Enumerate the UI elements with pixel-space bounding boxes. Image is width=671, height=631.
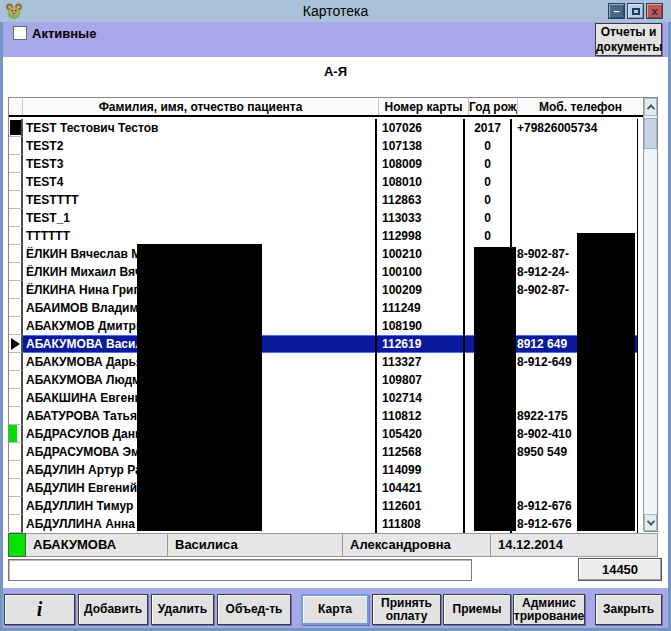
info-button[interactable]: i bbox=[4, 594, 75, 625]
search-input[interactable] bbox=[8, 559, 472, 581]
cell-card-number: 107138 bbox=[377, 137, 465, 155]
add-button[interactable]: Добавить bbox=[78, 594, 148, 625]
cell-card-number: 100210 bbox=[377, 245, 465, 263]
maximize-icon bbox=[632, 8, 640, 15]
card-button[interactable]: Карта bbox=[301, 594, 369, 625]
scrollbar-thumb[interactable] bbox=[644, 118, 657, 149]
table-row[interactable]: АБДРАСУМОВА Эм1125688950 549 bbox=[9, 443, 644, 461]
table-row[interactable]: TTTTTT1129980 bbox=[9, 227, 644, 245]
reports-documents-button[interactable]: Отчеты и документы bbox=[595, 23, 662, 56]
row-indicator-cell bbox=[9, 479, 23, 497]
current-row-arrow-icon bbox=[11, 338, 20, 350]
row-indicator-cell bbox=[9, 263, 23, 281]
chevron-up-icon bbox=[646, 104, 654, 112]
header-mobile-phone[interactable]: Моб. телефон bbox=[518, 98, 644, 115]
scroll-down-button[interactable] bbox=[644, 514, 657, 531]
status-patronymic: Александровна bbox=[343, 533, 491, 557]
scroll-up-button[interactable] bbox=[644, 98, 657, 116]
row-indicator-cell bbox=[9, 407, 23, 425]
cell-card-number: 110812 bbox=[377, 407, 465, 425]
active-checkbox[interactable] bbox=[13, 26, 27, 40]
cell-birth-year: 0 bbox=[465, 227, 512, 245]
window-frame-left bbox=[0, 22, 3, 631]
black-marker bbox=[10, 120, 21, 135]
close-button[interactable]: Закрыть bbox=[595, 594, 662, 625]
cell-card-number: 108009 bbox=[377, 155, 465, 173]
table-row[interactable]: ЁЛКИН Михаил Вяч1001008-912-24- bbox=[9, 263, 644, 281]
row-indicator-cell bbox=[9, 335, 23, 353]
administration-button[interactable]: Админис трирование bbox=[513, 594, 585, 625]
phone-visible-suffix: н bbox=[627, 245, 634, 263]
table-row[interactable]: TEST21071380 bbox=[9, 137, 644, 155]
cell-card-number: 102714 bbox=[377, 389, 465, 407]
phone-visible-suffix: м bbox=[625, 497, 634, 515]
table-row[interactable]: АБДУЛЛИНА Анна А1118088-912-676 bbox=[9, 515, 644, 533]
cell-card-number: 105420 bbox=[377, 425, 465, 443]
cell-birth-year: 0 bbox=[465, 173, 512, 191]
status-birthdate: 14.12.2014 bbox=[491, 533, 658, 557]
row-indicator-cell bbox=[9, 461, 23, 479]
redaction-box-phones bbox=[577, 233, 635, 531]
accept-payment-button[interactable]: Принять оплату bbox=[372, 594, 441, 625]
cell-birth-year: 2017 bbox=[465, 119, 512, 137]
row-indicator-cell bbox=[9, 281, 23, 299]
titlebar: Картотека – x bbox=[0, 0, 671, 22]
table-row[interactable]: TEST31080090 bbox=[9, 155, 644, 173]
table-row[interactable]: АБАТУРОВА Татья1108128922-175 bbox=[9, 407, 644, 425]
cell-card-number: 111249 bbox=[377, 299, 465, 317]
close-button[interactable]: x bbox=[646, 3, 663, 19]
vertical-scrollbar[interactable] bbox=[643, 98, 657, 531]
bottom-toolbar: iДобавитьУдалитьОбъед-тьКартаПринять опл… bbox=[0, 588, 671, 628]
header-patient-name[interactable]: Фамилия, имя, отчество пациента bbox=[23, 98, 379, 115]
row-indicator-cell bbox=[9, 209, 23, 227]
table-row[interactable]: АБДУЛИН Артур Ра114099 bbox=[9, 461, 644, 479]
row-indicator-cell bbox=[9, 137, 23, 155]
cell-patient-name: TEST4 bbox=[23, 173, 377, 191]
table-row[interactable]: АБДРАСУЛОВ Дани1054208-902-410 bbox=[9, 425, 644, 443]
table-row[interactable]: АБАКУМОВ Дмитри108190 bbox=[9, 317, 644, 335]
close-icon: x bbox=[651, 5, 657, 17]
status-surname: АБАКУМОВА bbox=[26, 533, 168, 557]
top-toolbar: Активные Отчеты и документы bbox=[0, 22, 671, 57]
table-row[interactable]: АБАКУМОВА Дарья1133278-912-649 bbox=[9, 353, 644, 371]
cell-card-number: 112863 bbox=[377, 191, 465, 209]
cell-card-number: 112568 bbox=[377, 443, 465, 461]
table-row[interactable]: АБАКУМОВА Людм109807 bbox=[9, 371, 644, 389]
table-row[interactable]: АБДУЛЛИН Тимур И1126018-912-676м bbox=[9, 497, 644, 515]
row-indicator-cell bbox=[9, 497, 23, 515]
minimize-button[interactable]: – bbox=[608, 3, 625, 19]
table-row[interactable]: TEST41080100 bbox=[9, 173, 644, 191]
cell-birth-year: 0 bbox=[465, 137, 512, 155]
cell-patient-name: TEST2 bbox=[23, 137, 377, 155]
table-row[interactable]: ЁЛКИНА Нина Григ1002098-902-87- bbox=[9, 281, 644, 299]
chevron-down-icon bbox=[646, 517, 654, 525]
active-checkbox-label: Активные bbox=[32, 26, 96, 41]
table-row[interactable]: АБАИМОВ Владим111249 bbox=[9, 299, 644, 317]
header-card-number[interactable]: Номер карты bbox=[379, 98, 469, 115]
delete-button[interactable]: Удалить bbox=[151, 594, 214, 625]
table-row[interactable]: АБДУЛИН Евгений104421 bbox=[9, 479, 644, 497]
table-row[interactable]: АБАКШИНА Евгени102714 bbox=[9, 389, 644, 407]
cell-mobile-phone bbox=[512, 191, 638, 209]
merge-button[interactable]: Объед-ть bbox=[217, 594, 291, 625]
cell-patient-name: TEST Тестович Тестов bbox=[23, 119, 377, 137]
minimize-icon: – bbox=[613, 5, 619, 17]
table-row[interactable]: TEST Тестович Тестов1070262017+798260057… bbox=[9, 119, 644, 137]
cell-patient-name: TESTTTT bbox=[23, 191, 377, 209]
table-row[interactable]: АБАКУМОВА Васил1126198912 649 bbox=[9, 335, 644, 353]
cell-card-number: 111808 bbox=[377, 515, 465, 533]
redaction-box-birth-years bbox=[474, 247, 516, 531]
table-row[interactable]: TEST_11130330 bbox=[9, 209, 644, 227]
app-window: Картотека – x Активные Отчеты и документ… bbox=[0, 0, 671, 631]
header-indicator-column bbox=[9, 98, 23, 115]
table-row[interactable]: TESTTTT1128630 bbox=[9, 191, 644, 209]
cell-birth-year: 0 bbox=[465, 155, 512, 173]
header-birth-year[interactable]: Год рожд bbox=[469, 98, 518, 115]
status-color-indicator bbox=[8, 533, 26, 557]
row-indicator-cell bbox=[9, 443, 23, 461]
table-row[interactable]: ЁЛКИН Вячеслав М10021019498-902-87-н bbox=[9, 245, 644, 263]
row-indicator-cell bbox=[9, 515, 23, 533]
maximize-button[interactable] bbox=[627, 3, 644, 19]
appointments-button[interactable]: Приемы bbox=[443, 594, 511, 625]
window-title: Картотека bbox=[0, 3, 671, 19]
